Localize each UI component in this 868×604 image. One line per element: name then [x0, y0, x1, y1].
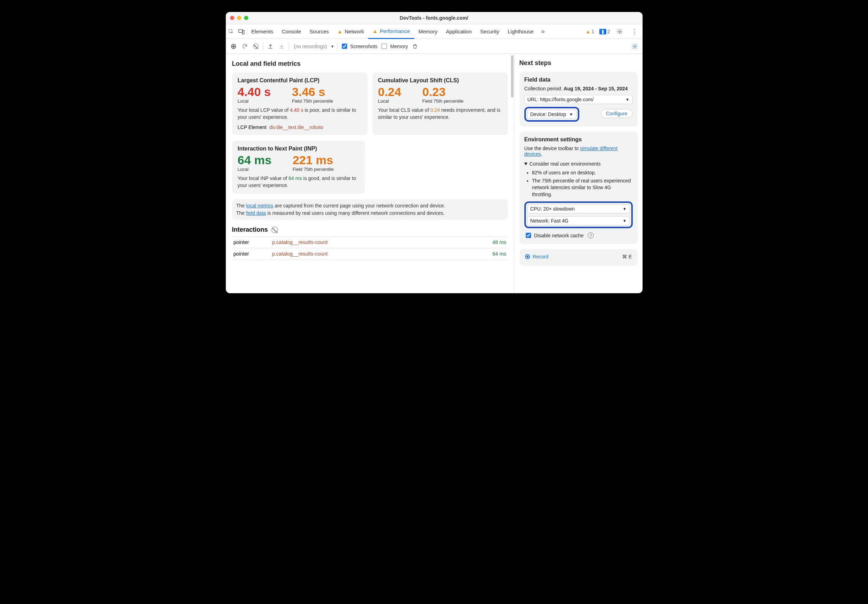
inp-field-value: 221 ms: [293, 154, 334, 166]
close-icon[interactable]: [230, 16, 234, 20]
more-tabs-icon[interactable]: »: [538, 28, 548, 35]
local-metrics-link[interactable]: local metrics: [246, 203, 274, 209]
record-button[interactable]: Record: [533, 254, 549, 259]
table-row[interactable]: pointer p.catalog__results-count 48 ms: [232, 237, 508, 248]
issues-icon: ❚: [599, 29, 606, 34]
trash-icon[interactable]: [411, 43, 419, 49]
inp-desc: Your local INP value of 64 ms is good, a…: [238, 175, 360, 189]
recordings-select[interactable]: (no recordings)▼: [292, 43, 335, 49]
inp-title: Interaction to Next Paint (INP): [238, 146, 360, 152]
scrollbar[interactable]: [511, 55, 513, 98]
clear-icon[interactable]: [252, 43, 260, 49]
network-select[interactable]: Network: Fast 4G▼: [527, 216, 630, 225]
side-panel: Next steps Field data Collection period:…: [514, 54, 643, 293]
issues-badge[interactable]: ❚2: [598, 29, 610, 34]
tab-memory[interactable]: Memory: [414, 24, 442, 39]
lcp-element-row[interactable]: LCP Element div.tile__text.tile__roboto: [238, 124, 362, 130]
screenshots-checkbox[interactable]: Screenshots: [341, 43, 378, 50]
warning-icon: ▲: [586, 29, 591, 34]
memory-checkbox[interactable]: Memory: [380, 43, 408, 50]
record-card: Record ⌘ E: [519, 249, 638, 266]
env-settings-card: Environment settings Use the device tool…: [519, 132, 638, 244]
tab-lighthouse[interactable]: Lighthouse: [503, 24, 538, 39]
field-data-card: Field data Collection period: Aug 19, 20…: [519, 72, 638, 127]
metrics-explainer: The local metrics are captured from the …: [232, 199, 508, 220]
tab-console[interactable]: Console: [277, 24, 305, 39]
url-select[interactable]: URL: https://fonts.google.com/▼: [524, 95, 633, 104]
device-toolbar-icon[interactable]: [236, 28, 247, 35]
lcp-local-value: 4.40 s: [238, 86, 271, 98]
perf-toolbar: (no recordings)▼ Screenshots Memory: [226, 39, 643, 54]
next-steps-heading: Next steps: [519, 59, 638, 67]
warning-icon: ▲: [337, 28, 343, 34]
help-icon[interactable]: ?: [588, 232, 594, 239]
svg-point-6: [634, 45, 636, 47]
svg-point-3: [618, 31, 620, 33]
panel-tabs: Elements Console Sources ▲Network ▲Perfo…: [226, 24, 643, 39]
inspect-icon[interactable]: [226, 28, 236, 35]
list-item: The 75th percentile of real users experi…: [532, 178, 633, 198]
throttling-highlight: CPU: 20× slowdown▼ Network: Fast 4G▼: [524, 201, 633, 228]
window-title: DevTools - fonts.google.com/: [226, 15, 643, 21]
tab-network[interactable]: ▲Network: [333, 24, 368, 39]
settings-icon[interactable]: [614, 28, 625, 35]
device-select-highlight: Device: Desktop▼: [524, 107, 579, 122]
devtools-window: DevTools - fonts.google.com/ Elements Co…: [226, 12, 643, 293]
upload-icon[interactable]: [266, 43, 275, 49]
main-panel: Local and field metrics Largest Contentf…: [226, 54, 514, 293]
record-shortcut: ⌘ E: [622, 254, 632, 259]
disable-cache-checkbox[interactable]: Disable network cache?: [524, 232, 633, 239]
metrics-heading: Local and field metrics: [232, 60, 508, 68]
separator: [337, 43, 338, 50]
window-controls: [230, 16, 248, 20]
record-icon[interactable]: [229, 43, 238, 49]
cls-title: Cumulative Layout Shift (CLS): [378, 77, 502, 84]
kebab-icon[interactable]: ⋮: [629, 28, 640, 36]
tab-performance[interactable]: ▲Performance: [368, 24, 414, 39]
svg-point-5: [232, 45, 235, 48]
record-icon[interactable]: [525, 254, 530, 259]
lcp-desc: Your local LCP value of 4.40 s is poor, …: [238, 107, 362, 121]
minimize-icon[interactable]: [237, 16, 241, 20]
download-icon[interactable]: [277, 43, 286, 49]
cls-local-value: 0.24: [378, 86, 401, 98]
configure-button[interactable]: Configure: [601, 109, 633, 118]
separator: [263, 43, 264, 50]
lcp-field-value: 3.46 s: [292, 86, 333, 98]
no-sort-icon: [271, 227, 278, 233]
list-item: 82% of users are on desktop.: [532, 169, 633, 177]
inp-local-value: 64 ms: [238, 154, 271, 166]
cpu-select[interactable]: CPU: 20× slowdown▼: [527, 204, 630, 214]
tab-sources[interactable]: Sources: [305, 24, 333, 39]
maximize-icon[interactable]: [244, 16, 248, 20]
cls-desc: Your local CLS value of 0.24 needs impro…: [378, 107, 502, 121]
interactions-table: pointer p.catalog__results-count 48 ms p…: [232, 236, 508, 260]
field-data-link[interactable]: field data: [246, 210, 266, 216]
tab-application[interactable]: Application: [442, 24, 476, 39]
titlebar: DevTools - fonts.google.com/: [226, 12, 643, 24]
separator: [289, 43, 289, 50]
warning-icon: ▲: [372, 28, 378, 34]
inp-card: Interaction to Next Paint (INP) 64 msLoc…: [232, 141, 365, 194]
device-select[interactable]: Device: Desktop▼: [527, 110, 577, 119]
svg-rect-2: [242, 30, 244, 34]
cls-field-value: 0.23: [422, 86, 463, 98]
warnings-badge[interactable]: ▲1: [586, 29, 594, 34]
tab-security[interactable]: Security: [476, 24, 503, 39]
tab-elements[interactable]: Elements: [247, 24, 278, 39]
lcp-title: Largest Contentful Paint (LCP): [238, 77, 362, 84]
lcp-card: Largest Contentful Paint (LCP) 4.40 sLoc…: [232, 73, 367, 135]
perf-settings-icon[interactable]: [631, 43, 639, 50]
env-details[interactable]: Consider real user environments 82% of u…: [524, 160, 633, 198]
cls-card: Cumulative Layout Shift (CLS) 0.24Local …: [372, 73, 508, 135]
table-row[interactable]: pointer p.catalog__results-count 64 ms: [232, 248, 508, 260]
interactions-heading: Interactions: [232, 226, 508, 234]
reload-icon[interactable]: [240, 43, 249, 49]
